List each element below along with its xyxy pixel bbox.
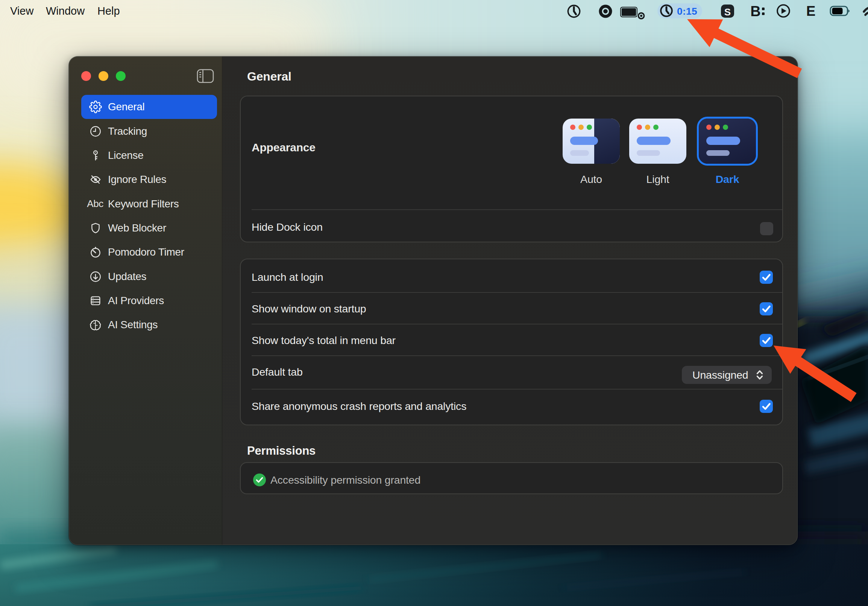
svg-text:E: E	[806, 3, 816, 19]
svg-text:S: S	[724, 6, 731, 18]
svg-text:B: B	[750, 3, 760, 19]
svg-text:0:15: 0:15	[677, 6, 697, 17]
